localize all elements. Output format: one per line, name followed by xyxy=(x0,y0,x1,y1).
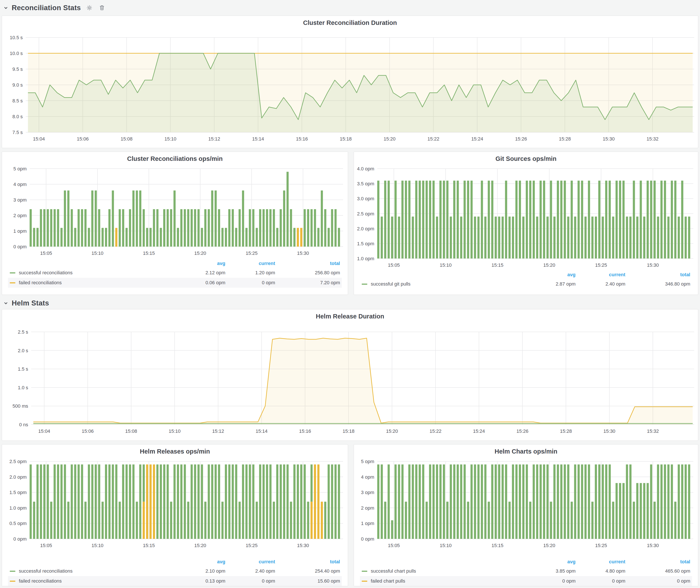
x-tick-label: 15:18 xyxy=(340,136,352,142)
chart-helm-release-duration[interactable]: 0 ns500 ms1.0 s1.5 s2.0 s2.5 s15:0415:06… xyxy=(2,309,698,441)
x-tick-label: 15:25 xyxy=(246,250,258,256)
legend-header-current[interactable]: current xyxy=(225,261,275,266)
x-tick-label: 15:10 xyxy=(440,262,452,268)
panel-title[interactable]: Helm Releases ops/min xyxy=(2,448,348,455)
y-tick-label: 9.0 s xyxy=(12,82,23,88)
legend-header-row: avg current total xyxy=(360,270,692,279)
x-tick-label: 15:12 xyxy=(212,428,224,434)
panel-title[interactable]: Git Sources ops/min xyxy=(354,155,698,162)
legend-header-total[interactable]: total xyxy=(275,559,340,565)
legend-total-value: 254.40 opm xyxy=(275,568,340,574)
y-tick-label: 8.0 s xyxy=(12,114,23,119)
series-color-dash xyxy=(10,282,15,283)
x-tick-label: 15:24 xyxy=(473,428,485,434)
x-tick-label: 15:04 xyxy=(33,136,45,142)
gear-icon[interactable] xyxy=(85,4,93,12)
panel-title[interactable]: Helm Charts ops/min xyxy=(354,448,698,455)
legend-row: failed chart pulls 0 opm 0 opm 0 opm xyxy=(360,576,692,586)
legend-avg-value: 3.85 opm xyxy=(526,568,576,574)
y-tick-label: 1 opm xyxy=(361,521,374,526)
series-label[interactable]: failed reconciliations xyxy=(19,280,62,286)
series-label[interactable]: failed reconciliations xyxy=(19,578,62,584)
series-label[interactable]: successful git pulls xyxy=(371,281,410,287)
legend-header-current[interactable]: current xyxy=(576,272,625,278)
x-tick-label: 15:08 xyxy=(121,136,132,142)
chevron-down-icon xyxy=(3,301,8,305)
x-tick-label: 15:30 xyxy=(603,428,615,434)
x-tick-label: 15:18 xyxy=(343,428,355,434)
series-label[interactable]: successful chart pulls xyxy=(371,568,416,574)
x-tick-label: 15:20 xyxy=(543,543,555,548)
section-header-helm-stats[interactable]: Helm Stats xyxy=(3,297,49,309)
panel-title[interactable]: Cluster Reconciliation Duration xyxy=(2,19,698,26)
legend-row: successful reconciliations 2.10 opm 2.40… xyxy=(8,566,342,576)
legend-row: failed reconciliations 0.13 opm 0 opm 15… xyxy=(8,576,342,586)
x-tick-label: 15:15 xyxy=(492,262,503,268)
x-tick-label: 15:22 xyxy=(427,136,439,142)
x-tick-label: 15:15 xyxy=(143,543,155,548)
y-tick-label: 4.0 opm xyxy=(357,166,374,171)
series-color-dash xyxy=(362,284,367,285)
y-tick-label: 8.5 s xyxy=(12,98,23,103)
chart-cluster-reconciliation-duration[interactable]: 7.5 s8.0 s8.5 s9.0 s9.5 s10.0 s10.5 s15:… xyxy=(2,16,698,148)
series-label[interactable]: successful reconciliations xyxy=(19,270,73,276)
legend-total-value: 256.80 opm xyxy=(275,270,340,276)
x-tick-label: 15:30 xyxy=(647,543,659,548)
series-color-dash xyxy=(10,272,15,273)
legend: avg current total successful chart pulls… xyxy=(360,557,692,586)
y-tick-label: 1.0 opm xyxy=(10,505,27,511)
trash-icon[interactable] xyxy=(98,4,106,12)
panel-helm-releases-opm: Helm Releases ops/min 0 opm0.5 opm1.0 op… xyxy=(2,444,348,586)
x-tick-label: 15:20 xyxy=(543,262,555,268)
panel-title[interactable]: Helm Release Duration xyxy=(2,313,698,320)
legend-header-current[interactable]: current xyxy=(225,559,275,565)
legend-header-total[interactable]: total xyxy=(275,261,340,266)
chart-canvas: 7.5 s8.0 s8.5 s9.0 s9.5 s10.0 s10.5 s15:… xyxy=(2,16,698,148)
x-tick-label: 15:10 xyxy=(440,543,452,548)
y-tick-label: 10.0 s xyxy=(10,51,23,56)
x-tick-label: 15:28 xyxy=(560,428,572,434)
legend-header-avg[interactable]: avg xyxy=(526,272,576,278)
series-fill-orange xyxy=(33,338,693,425)
legend-avg-value: 0.06 opm xyxy=(176,280,225,286)
x-tick-label: 15:28 xyxy=(559,136,571,142)
y-tick-label: 9.5 s xyxy=(12,66,23,72)
series-label[interactable]: failed chart pulls xyxy=(371,578,405,584)
legend-header-current[interactable]: current xyxy=(576,559,625,565)
legend-avg-value: 0.13 opm xyxy=(176,578,225,584)
x-tick-label: 15:05 xyxy=(388,262,400,268)
panel-helm-release-duration: Helm Release Duration 0 ns500 ms1.0 s1.5… xyxy=(2,309,698,441)
legend-avg-value: 0 opm xyxy=(526,578,576,584)
y-tick-label: 1.5 opm xyxy=(357,241,374,246)
x-tick-label: 15:10 xyxy=(92,543,103,548)
legend-avg-value: 2.87 opm xyxy=(526,281,576,287)
bars-green xyxy=(377,464,690,539)
y-tick-label: 2.5 s xyxy=(18,329,28,335)
legend-header-total[interactable]: total xyxy=(625,559,690,565)
y-tick-label: 3.0 opm xyxy=(357,196,374,201)
y-tick-label: 500 ms xyxy=(13,403,28,409)
x-tick-label: 15:26 xyxy=(515,136,527,142)
legend-row: successful reconciliations 2.12 opm 1.20… xyxy=(8,268,342,278)
x-tick-label: 15:10 xyxy=(92,250,103,256)
legend-header-avg[interactable]: avg xyxy=(526,559,576,565)
y-tick-label: 3 opm xyxy=(13,197,27,203)
y-tick-label: 3.5 opm xyxy=(357,181,374,186)
legend-header-avg[interactable]: avg xyxy=(176,261,225,266)
y-tick-label: 1.0 opm xyxy=(357,256,374,261)
y-tick-label: 0 opm xyxy=(361,536,374,542)
x-tick-label: 15:20 xyxy=(384,136,395,142)
y-tick-label: 2.0 s xyxy=(18,348,28,353)
series-label[interactable]: successful reconciliations xyxy=(19,568,73,574)
legend-header-avg[interactable]: avg xyxy=(176,559,225,565)
legend-avg-value: 2.12 opm xyxy=(176,270,225,276)
legend-header-total[interactable]: total xyxy=(625,272,690,278)
legend-header-row: avg current total xyxy=(8,557,342,566)
x-tick-label: 15:30 xyxy=(297,250,309,256)
section-header-reconciliation-stats[interactable]: Reconciliation Stats xyxy=(3,2,106,13)
y-tick-label: 4 opm xyxy=(13,182,27,187)
section-title: Helm Stats xyxy=(12,299,49,307)
x-tick-label: 15:04 xyxy=(38,428,50,434)
y-tick-label: 2 opm xyxy=(361,505,374,511)
panel-title[interactable]: Cluster Reconciliations ops/min xyxy=(2,155,348,162)
